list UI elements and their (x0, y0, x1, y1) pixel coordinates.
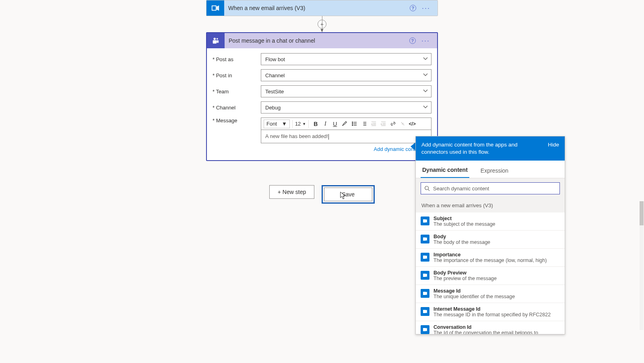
label-message: * Message (213, 118, 261, 124)
svg-rect-29 (423, 292, 426, 295)
chevron-down-icon (423, 89, 428, 95)
chevron-down-icon (423, 56, 428, 62)
dc-item-sub: The body of the message (433, 239, 490, 245)
add-step-connector[interactable]: + ▼ (318, 16, 326, 32)
svg-point-23 (425, 186, 429, 190)
outlook-icon (421, 325, 429, 334)
tab-dynamic-content[interactable]: Dynamic content (421, 167, 469, 178)
indent-button[interactable] (379, 120, 388, 128)
svg-rect-26 (423, 237, 426, 241)
flyout-pointer (411, 142, 415, 151)
label-post-as: * Post as (213, 56, 261, 62)
outlook-icon (421, 217, 429, 225)
svg-rect-31 (423, 328, 426, 331)
link-button[interactable] (388, 120, 397, 128)
hide-button[interactable]: Hide (548, 141, 559, 148)
help-icon[interactable]: ? (409, 37, 416, 44)
scrollbar[interactable] (640, 201, 644, 330)
svg-point-6 (352, 122, 353, 123)
underline-button[interactable]: U (330, 120, 339, 128)
dc-header-text: Add dynamic content from the apps and co… (421, 141, 548, 156)
dc-item[interactable]: Internet Message IdThe message ID in the… (416, 303, 565, 321)
dc-item-sub: The preview of the message (433, 276, 497, 281)
outdent-button[interactable] (369, 120, 378, 128)
search-input[interactable]: Search dynamic content (421, 182, 560, 194)
unlink-button[interactable] (398, 120, 407, 128)
svg-line-24 (428, 190, 430, 191)
bold-button[interactable]: B (311, 120, 320, 128)
bulleted-list-button[interactable] (350, 120, 359, 128)
dc-item[interactable]: Body PreviewThe preview of the message (416, 267, 565, 285)
more-icon[interactable]: ··· (422, 4, 430, 12)
svg-rect-4 (213, 40, 217, 43)
add-dynamic-content-link[interactable]: Add dynamic content ⁺ (261, 146, 431, 152)
dc-item[interactable]: BodyThe body of the message (416, 231, 565, 249)
dc-item-title: Subject (433, 216, 495, 221)
dc-item-sub: The Id of the conversation the email bel… (433, 330, 538, 334)
svg-point-2 (217, 38, 218, 39)
dc-item[interactable]: SubjectThe subject of the message (416, 212, 565, 231)
combo-channel[interactable]: Debug (261, 101, 431, 113)
svg-point-3 (214, 38, 216, 40)
new-step-button[interactable]: + New step (269, 185, 314, 199)
dc-item[interactable]: ImportanceThe importance of the message … (416, 249, 565, 267)
label-team: * Team (213, 89, 261, 95)
dc-item-title: Body (433, 234, 490, 239)
outlook-icon (421, 271, 429, 280)
svg-rect-27 (423, 256, 426, 259)
dc-section-label: When a new email arrives (V3) (416, 198, 565, 212)
chevron-down-icon (423, 72, 428, 78)
svg-rect-25 (423, 219, 426, 223)
svg-rect-5 (217, 40, 219, 43)
dc-item-title: Message Id (433, 288, 515, 294)
svg-rect-28 (423, 274, 426, 277)
help-icon[interactable]: ? (410, 5, 416, 11)
svg-point-10 (352, 125, 353, 126)
dc-item-title: Conversation Id (433, 324, 538, 330)
dc-item-sub: The importance of the message (low, norm… (433, 258, 547, 263)
dc-item[interactable]: Conversation IdThe Id of the conversatio… (416, 321, 565, 334)
svg-rect-30 (423, 310, 426, 313)
italic-button[interactable]: I (321, 120, 330, 128)
label-channel: * Channel (213, 105, 261, 111)
outlook-icon (421, 235, 429, 243)
svg-point-8 (352, 124, 353, 124)
combo-post-in[interactable]: Channel (261, 69, 431, 81)
label-post-in: * Post in (213, 72, 261, 78)
scrollbar-thumb[interactable] (640, 201, 644, 225)
rte-toolbar: Font▼ 12 ▼ B I U </> (261, 118, 431, 130)
action-card[interactable]: Post message in a chat or channel ? ··· … (206, 32, 438, 161)
dc-item-title: Body Preview (433, 270, 497, 276)
dc-item-sub: The subject of the message (433, 221, 495, 227)
search-placeholder: Search dynamic content (433, 186, 489, 192)
action-title: Post message in a chat or channel (225, 37, 409, 44)
dc-item-title: Importance (433, 252, 547, 258)
trigger-title: When a new email arrives (V3) (224, 5, 410, 11)
save-button[interactable]: Save (324, 188, 372, 201)
font-size-dropdown[interactable]: 12 ▼ (295, 121, 306, 127)
numbered-list-button[interactable] (359, 120, 368, 128)
combo-post-as[interactable]: Flow bot (261, 53, 431, 65)
highlight-button[interactable] (340, 120, 349, 128)
chevron-down-icon (423, 105, 428, 111)
dynamic-content-panel: Add dynamic content from the apps and co… (415, 136, 565, 334)
font-dropdown[interactable]: Font▼ (264, 120, 290, 128)
combo-team[interactable]: TestSite (261, 85, 431, 97)
outlook-icon (421, 307, 429, 316)
search-icon (424, 186, 430, 191)
code-view-button[interactable]: </> (408, 120, 417, 128)
message-input[interactable]: A new file has been added! (261, 130, 431, 143)
tab-expression[interactable]: Expression (479, 167, 510, 178)
dc-item-sub: The message ID in the format specified b… (433, 312, 551, 318)
outlook-icon (421, 289, 429, 298)
svg-rect-1 (213, 6, 216, 10)
outlook-icon (421, 253, 429, 262)
dc-list: SubjectThe subject of the messageBodyThe… (416, 212, 565, 334)
more-icon[interactable]: ··· (421, 37, 430, 44)
dc-item-title: Internet Message Id (433, 306, 551, 312)
dc-item-sub: The unique identifier of the message (433, 294, 515, 299)
trigger-card[interactable]: When a new email arrives (V3) ? ··· (206, 0, 438, 16)
teams-icon (207, 33, 225, 48)
dc-item[interactable]: Message IdThe unique identifier of the m… (416, 285, 565, 303)
outlook-icon (206, 0, 224, 16)
